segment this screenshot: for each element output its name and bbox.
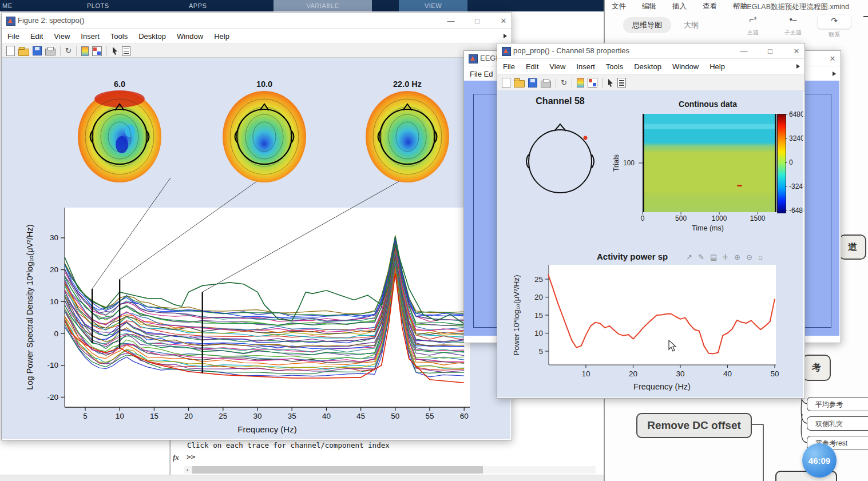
insert-legend-icon[interactable] [122,46,130,56]
menu-overflow-icon[interactable] [833,71,836,76]
figure2-menu-item[interactable]: Desktop [138,32,166,41]
pop-prop-menu-item[interactable]: View [549,62,565,71]
figure2-menu-item[interactable]: Edit [30,32,43,41]
pop-prop-menu-item[interactable]: File [503,62,515,71]
figure2-menu-item[interactable]: Window [177,32,203,41]
pop-prop-title: pop_prop() - Channel 58 properties [513,46,629,55]
matlab-command-window[interactable]: Click on each trace for channel/componen… [171,439,602,475]
rotate3d-icon[interactable]: ↻ [561,78,567,88]
minimize-icon[interactable]: — [446,17,455,25]
xmind-node-reref-partial[interactable]: 考 [802,355,831,381]
fx-icon[interactable]: fx [173,453,179,462]
menu-overflow-icon[interactable] [504,34,507,38]
svg-text:6480: 6480 [789,110,803,118]
insert-colorbar-icon[interactable] [92,46,102,56]
xmind-tab-mindmap[interactable]: 思维导图 [623,17,671,33]
rotate3d-icon[interactable]: ↻ [65,46,72,56]
new-figure-icon[interactable] [502,78,510,88]
colormap-icon[interactable] [81,46,89,56]
xmind-node-channel-partial[interactable]: 道 [839,234,866,260]
xmind-menu-item[interactable]: 编辑 [642,2,656,11]
save-icon[interactable] [33,46,42,55]
figure2-titlebar[interactable]: Figure 2: spectopo() — □ ✕ [2,13,512,29]
svg-text:Frequency (Hz): Frequency (Hz) [237,424,296,434]
eeglab-menu-partial[interactable]: File Ed [470,70,493,78]
svg-text:10: 10 [581,369,590,378]
figure2-canvas[interactable]: 51015202530354045505560-20-100102030Freq… [2,57,510,439]
save-icon[interactable] [528,78,537,88]
screen: ME PLOTS APPS VARIABLE VIEW 文件编辑插入查看帮助 E… [0,0,868,481]
xmind-node-remove-dc-offset[interactable]: Remove DC offset [636,413,752,438]
pop-prop-graphics[interactable]: Channel 58Continous data050010001500Time… [497,90,803,397]
svg-text:20: 20 [184,412,193,420]
xmind-node-mastoid-reference[interactable]: 双侧乳突 [807,416,868,431]
svg-text:22.0 Hz: 22.0 Hz [393,79,422,89]
menu-overflow-icon[interactable] [796,64,800,69]
spectopo-plot[interactable]: 51015202530354045505560-20-100102030Freq… [2,58,510,439]
ribbon-tab-home[interactable]: ME [2,0,13,11]
cursor-tool-icon[interactable] [607,78,614,88]
topo-map-10.0 [223,91,306,182]
datatip-icon[interactable]: ▤ [710,253,717,261]
home-icon[interactable]: ⌂ [758,253,763,261]
matlab-figure-icon [6,17,15,26]
cursor-tool-icon[interactable] [112,46,118,55]
maximize-icon[interactable]: □ [766,47,775,55]
pop-prop-menu-item[interactable]: Edit [526,62,538,71]
pop-prop-menu-item[interactable]: Help [710,62,725,71]
xmind-menu-item[interactable]: 插入 [672,2,687,11]
zoom-out-icon[interactable]: ⊖ [746,253,752,261]
close-icon[interactable]: ✕ [828,54,837,63]
xmind-tool-relationship[interactable]: ↷ 联系 [818,15,851,39]
figure2-menu-item[interactable]: Insert [81,32,100,41]
pop-prop-titlebar[interactable]: pop_prop() - Channel 58 properties — □ ✕ [497,43,804,59]
xmind-menu-item[interactable]: 查看 [703,2,717,11]
pop-prop-menu-item[interactable]: Tools [606,62,623,71]
command-prompt[interactable]: >> [187,452,196,461]
ribbon-tab-plots[interactable]: PLOTS [87,0,109,11]
scroll-left-icon[interactable]: ‹ [184,466,191,474]
export-icon[interactable]: ↗ [686,253,692,261]
brush-icon[interactable]: ✎ [698,253,704,261]
pop-prop-menu-item[interactable]: Insert [576,62,595,71]
xmind-tool-topic[interactable]: ⌐* 主题 [736,15,770,37]
scrollbar-thumb[interactable] [192,466,483,474]
svg-text:0: 0 [789,158,793,166]
close-icon[interactable]: ✕ [499,17,508,25]
svg-text:55: 55 [425,412,434,420]
print-icon[interactable] [45,49,56,55]
print-icon[interactable] [541,81,551,88]
xmind-node-average-reference[interactable]: 平均参考 [807,397,868,411]
figure2-toolbar: ↻ [2,43,512,58]
xmind-document-title: EEGLAB数据预处理流程图.xmind [742,2,849,12]
zoom-in-icon[interactable]: ⊕ [734,253,740,261]
pop-prop-menu-item[interactable]: Window [672,62,699,71]
new-figure-icon[interactable] [6,46,15,56]
colormap-icon[interactable] [577,78,584,88]
pan-icon[interactable]: ✛ [722,253,728,261]
ribbon-tab-apps[interactable]: APPS [189,0,207,11]
close-icon[interactable]: ✕ [792,47,801,55]
svg-text:-6480: -6480 [789,206,803,214]
svg-text:25: 25 [534,275,543,284]
xmind-tool-subtopic[interactable]: •– 子主题 [776,15,810,37]
xmind-menu-item[interactable]: 文件 [612,2,626,11]
maximize-icon[interactable]: □ [473,17,482,25]
xmind-tab-outline[interactable]: 大纲 [684,20,699,30]
figure2-menu-item[interactable]: Tools [110,32,128,41]
minimize-icon[interactable]: — [739,47,748,55]
open-file-icon[interactable] [18,49,29,56]
svg-text:45: 45 [356,412,365,420]
figure2-menu-item[interactable]: Help [214,32,229,41]
insert-colorbar-icon[interactable] [588,78,597,88]
recording-timer-bubble[interactable]: 46:09 [802,443,837,478]
figure2-menu-item[interactable]: File [7,32,19,41]
figure2-menu-item[interactable]: View [54,32,70,41]
open-file-icon[interactable] [514,80,525,88]
ribbon-tab-variable[interactable]: VARIABLE [274,0,372,11]
pop-prop-menu-item[interactable]: Desktop [634,62,661,71]
ribbon-tab-view[interactable]: VIEW [399,0,467,11]
insert-legend-icon[interactable] [617,78,626,88]
svg-text:20: 20 [50,265,58,274]
command-scrollbar[interactable]: ‹ [184,466,596,474]
